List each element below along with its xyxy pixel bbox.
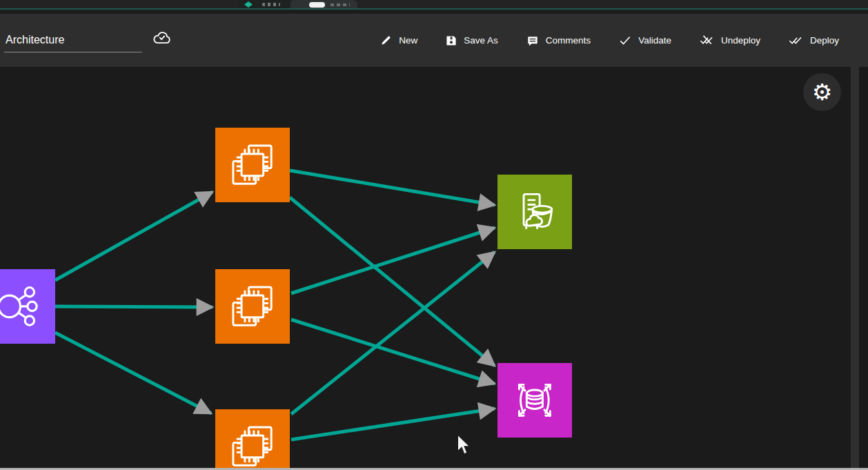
- save-as-label: Save As: [464, 35, 498, 46]
- edge-compute-2-to-database[interactable]: [291, 320, 495, 384]
- edge-load-balancer-to-compute-3[interactable]: [55, 333, 211, 413]
- ec2-instances-icon: [226, 280, 279, 333]
- undeploy-button[interactable]: Undeploy: [699, 34, 760, 48]
- new-button[interactable]: New: [379, 34, 417, 47]
- deploy-icon: [788, 34, 804, 48]
- node-storage[interactable]: [497, 175, 572, 249]
- tab-text-fragment: [262, 3, 280, 6]
- tab-logo-icon: [244, 1, 253, 8]
- deploy-label: Deploy: [810, 35, 839, 46]
- check-icon: [618, 34, 632, 48]
- edge-load-balancer-to-compute-2[interactable]: [55, 306, 213, 307]
- vertical-scrollbar[interactable]: [851, 67, 859, 468]
- save-icon: [445, 35, 457, 47]
- cloud-check-icon: [152, 29, 172, 48]
- right-margin: [859, 67, 868, 468]
- gear-icon: ⚙: [812, 81, 833, 104]
- node-load-balancer[interactable]: [0, 269, 55, 344]
- node-compute-1[interactable]: [215, 128, 290, 202]
- edge-load-balancer-to-compute-1[interactable]: [55, 192, 213, 280]
- scalable-database-icon: [508, 373, 562, 427]
- undeploy-label: Undeploy: [721, 35, 760, 46]
- node-database[interactable]: [497, 363, 572, 438]
- tab-fragment-left[interactable]: [239, 0, 290, 8]
- comments-icon: [526, 34, 540, 48]
- edge-compute-1-to-database[interactable]: [290, 197, 495, 366]
- tab-fragment-right[interactable]: [290, 0, 357, 8]
- tab-pill-icon: [309, 2, 325, 8]
- edge-compute-1-to-storage[interactable]: [290, 170, 495, 205]
- pencil-icon: [379, 34, 393, 47]
- edge-compute-3-to-storage[interactable]: [291, 252, 495, 414]
- comments-button[interactable]: Comments: [526, 34, 591, 48]
- deploy-button[interactable]: Deploy: [788, 34, 839, 48]
- validate-button[interactable]: Validate: [618, 34, 671, 48]
- toolbar: New Save As Comments: [0, 14, 868, 67]
- ec2-instances-icon: [226, 420, 279, 468]
- validate-label: Validate: [638, 35, 671, 46]
- comments-label: Comments: [546, 35, 591, 46]
- edge-compute-3-to-database[interactable]: [291, 409, 495, 440]
- storage-bucket-icon: [508, 185, 562, 239]
- architecture-name-input[interactable]: [4, 31, 142, 52]
- node-compute-3[interactable]: [215, 409, 290, 468]
- ec2-instances-icon: [226, 138, 279, 192]
- node-compute-2[interactable]: [215, 269, 290, 344]
- new-label: New: [399, 35, 417, 46]
- undeploy-icon: [699, 34, 715, 48]
- load-balancer-icon: [0, 280, 45, 333]
- canvas-settings-button[interactable]: ⚙: [803, 73, 841, 111]
- diagram-canvas[interactable]: ⚙: [0, 67, 851, 468]
- top-tab-strip: [0, 0, 868, 8]
- tab-dashes: [331, 3, 350, 6]
- save-as-button[interactable]: Save As: [445, 35, 498, 47]
- edges-layer: [0, 67, 851, 468]
